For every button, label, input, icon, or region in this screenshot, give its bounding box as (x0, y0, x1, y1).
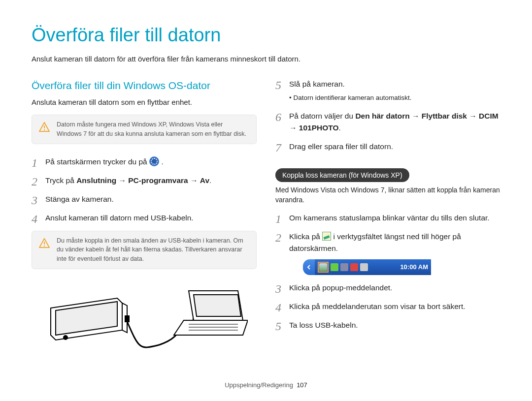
settings-icon (149, 156, 159, 166)
dstep-1: Om kamerans statuslampa blinkar väntar d… (275, 212, 500, 224)
warning-icon (39, 122, 50, 132)
highlighted-tray-icon (318, 262, 329, 273)
step-1: På startskärmen trycker du på . (32, 156, 257, 168)
right-column: Slå på kameran. Datorn identifierar kame… (275, 78, 500, 358)
page-title: Överföra filer till datorn (32, 22, 500, 49)
tray-icon (331, 263, 338, 271)
note-text: Du måste koppla in den smala änden av US… (57, 237, 243, 263)
tray-icon (340, 263, 348, 271)
step-5: Slå på kameran. Datorn identifierar kame… (275, 78, 500, 103)
taskbar-time: 10:00 AM (400, 262, 428, 272)
steps-list-left: På startskärmen trycker du på . Tryck på… (32, 156, 257, 224)
svg-point-3 (44, 245, 45, 246)
section-heading: Överföra filer till din Windows OS-dator (32, 78, 257, 93)
steps-list-right: Slå på kameran. Datorn identifierar kame… (275, 78, 500, 153)
left-column: Överföra filer till din Windows OS-dator… (32, 78, 257, 358)
taskbar-expand-icon (303, 259, 315, 275)
step-3: Stänga av kameran. (32, 193, 257, 205)
footer-page-number: 107 (297, 381, 307, 389)
svg-rect-5 (125, 315, 130, 322)
dstep-3: Klicka på popup-meddelandet. (275, 282, 500, 294)
step-5-sub: Datorn identifierar kameran automatiskt. (289, 93, 500, 103)
tray-icon (350, 263, 358, 271)
system-tray: 10:00 AM (315, 259, 431, 275)
safe-remove-icon (322, 232, 331, 241)
taskbar-screenshot: 10:00 AM (303, 259, 431, 275)
svg-point-1 (44, 129, 45, 130)
subsection-pill: Koppla loss kameran (för Windows XP) (275, 168, 409, 182)
footer-section: Uppspelning/Redigering (225, 381, 293, 389)
step-7: Drag eller spara filer till datorn. (275, 141, 500, 153)
dstep-5: Ta loss USB-kabeln. (275, 319, 500, 331)
page-footer: Uppspelning/Redigering 107 (0, 381, 532, 390)
info-note-2: Du måste koppla in den smala änden av US… (32, 231, 257, 269)
dstep-4: Klicka på meddelanderutan som visar ta b… (275, 301, 500, 312)
usb-illustration (32, 281, 257, 358)
step-6: På datorn väljer du Den här datorn → Fly… (275, 110, 500, 134)
warning-icon (39, 238, 50, 248)
svg-point-4 (64, 336, 67, 339)
info-note-1: Datorn måste fungera med Windows XP, Win… (32, 115, 257, 144)
step-2: Tryck på Anslutning → PC-programvara → A… (32, 175, 257, 186)
tray-icon (360, 263, 368, 271)
dstep-2: Klicka på i verktygsfältet längst ned ti… (275, 231, 500, 275)
note-text: Datorn måste fungera med Windows XP, Win… (57, 121, 246, 137)
intro-text: Anslut kameran till datorn för att överf… (32, 54, 500, 64)
section-sub: Ansluta kameran till datorn som en flytt… (32, 97, 257, 108)
disconnect-steps: Om kamerans statuslampa blinkar väntar d… (275, 212, 500, 331)
step-4: Anslut kameran till datorn med USB-kabel… (32, 212, 257, 224)
subsection-sub: Med Windows Vista och Windows 7, liknar … (275, 185, 500, 205)
